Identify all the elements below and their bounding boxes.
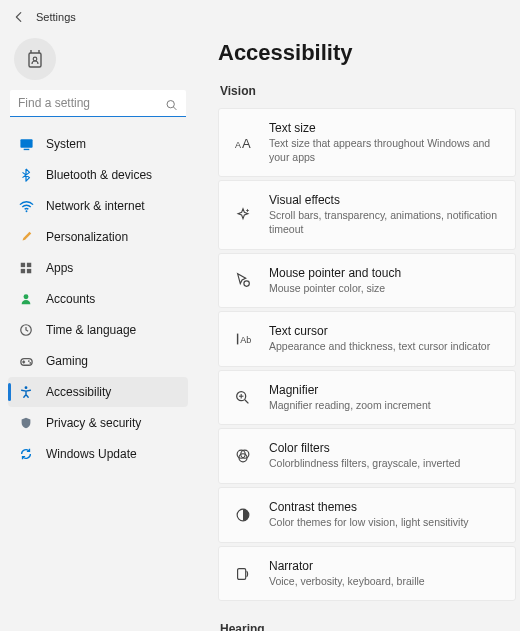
svg-point-2 — [167, 100, 174, 107]
row-title: Text size — [269, 121, 501, 135]
row-desc: Voice, verbosity, keyboard, braille — [269, 575, 425, 589]
sidebar-item-label: Personalization — [46, 230, 128, 244]
sidebar-item-gaming[interactable]: Gaming — [8, 346, 188, 376]
narrator-icon — [233, 564, 253, 584]
sidebar-item-label: Bluetooth & devices — [46, 168, 152, 182]
row-visual-effects[interactable]: Visual effects Scroll bars, transparency… — [218, 180, 516, 249]
bluetooth-icon — [18, 167, 34, 183]
svg-rect-4 — [20, 139, 32, 147]
page-title: Accessibility — [218, 40, 516, 66]
sidebar-item-personalization[interactable]: Personalization — [8, 222, 188, 252]
update-icon — [18, 446, 34, 462]
row-title: Color filters — [269, 441, 460, 455]
sidebar-item-bluetooth[interactable]: Bluetooth & devices — [8, 160, 188, 190]
shield-icon — [18, 415, 34, 431]
row-text-cursor[interactable]: Ab Text cursor Appearance and thickness,… — [218, 311, 516, 367]
svg-rect-8 — [27, 263, 31, 267]
row-contrast-themes[interactable]: Contrast themes Color themes for low vis… — [218, 487, 516, 543]
avatar — [14, 38, 56, 80]
row-title: Text cursor — [269, 324, 490, 338]
svg-point-1 — [33, 57, 37, 61]
search-box[interactable] — [10, 90, 186, 117]
sidebar-item-update[interactable]: Windows Update — [8, 439, 188, 469]
row-desc: Mouse pointer color, size — [269, 282, 401, 296]
svg-point-19 — [244, 281, 249, 286]
sidebar-item-apps[interactable]: Apps — [8, 253, 188, 283]
row-desc: Scroll bars, transparency, animations, n… — [269, 209, 501, 236]
sidebar-nav: System Bluetooth & devices Network & int… — [8, 129, 188, 469]
contrast-icon — [233, 505, 253, 525]
row-title: Magnifier — [269, 383, 431, 397]
content-area: Accessibility Vision AA Text size Text s… — [196, 34, 520, 631]
text-cursor-icon: Ab — [233, 329, 253, 349]
row-title: Narrator — [269, 559, 425, 573]
row-color-filters[interactable]: Color filters Colorblindness filters, gr… — [218, 428, 516, 484]
row-magnifier[interactable]: Magnifier Magnifier reading, zoom increm… — [218, 370, 516, 426]
row-title: Contrast themes — [269, 500, 469, 514]
sidebar-item-time[interactable]: Time & language — [8, 315, 188, 345]
svg-text:Ab: Ab — [240, 335, 251, 345]
svg-line-3 — [174, 107, 177, 110]
svg-rect-30 — [238, 568, 246, 579]
text-size-icon: AA — [233, 133, 253, 153]
row-text-size[interactable]: AA Text size Text size that appears thro… — [218, 108, 516, 177]
sidebar-item-system[interactable]: System — [8, 129, 188, 159]
paintbrush-icon — [18, 229, 34, 245]
window-title: Settings — [36, 11, 76, 23]
svg-point-11 — [24, 294, 29, 299]
sidebar-item-privacy[interactable]: Privacy & security — [8, 408, 188, 438]
sidebar-item-label: Apps — [46, 261, 73, 275]
svg-rect-9 — [21, 269, 25, 273]
svg-point-15 — [29, 362, 31, 364]
row-title: Visual effects — [269, 193, 501, 207]
sparkle-icon — [233, 205, 253, 225]
row-desc: Colorblindness filters, grayscale, inver… — [269, 457, 460, 471]
row-mouse-pointer[interactable]: Mouse pointer and touch Mouse pointer co… — [218, 253, 516, 309]
row-desc: Magnifier reading, zoom increment — [269, 399, 431, 413]
wifi-icon — [18, 198, 34, 214]
sidebar-item-label: Network & internet — [46, 199, 145, 213]
magnifier-icon — [233, 388, 253, 408]
svg-line-23 — [245, 399, 249, 403]
svg-rect-10 — [27, 269, 31, 273]
apps-icon — [18, 260, 34, 276]
sidebar-item-label: Accessibility — [46, 385, 111, 399]
sidebar-item-network[interactable]: Network & internet — [8, 191, 188, 221]
accessibility-icon — [18, 384, 34, 400]
svg-point-6 — [25, 210, 27, 212]
sidebar-item-label: Windows Update — [46, 447, 137, 461]
sidebar-item-label: Gaming — [46, 354, 88, 368]
gaming-icon — [18, 353, 34, 369]
sidebar-item-label: Time & language — [46, 323, 136, 337]
section-vision-label: Vision — [220, 84, 516, 98]
profile-area[interactable] — [8, 34, 188, 90]
sidebar-item-accessibility[interactable]: Accessibility — [8, 377, 188, 407]
sidebar-item-label: System — [46, 137, 86, 151]
sidebar: System Bluetooth & devices Network & int… — [0, 34, 196, 631]
row-desc: Appearance and thickness, text cursor in… — [269, 340, 490, 354]
search-input[interactable] — [10, 90, 186, 117]
search-icon — [165, 97, 178, 110]
section-hearing-label: Hearing — [220, 622, 516, 631]
svg-text:A: A — [235, 140, 241, 150]
row-desc: Text size that appears throughout Window… — [269, 137, 501, 164]
system-icon — [18, 136, 34, 152]
row-title: Mouse pointer and touch — [269, 266, 401, 280]
back-button[interactable] — [10, 8, 28, 26]
svg-point-16 — [25, 386, 28, 389]
sidebar-item-accounts[interactable]: Accounts — [8, 284, 188, 314]
sidebar-item-label: Accounts — [46, 292, 95, 306]
svg-rect-0 — [29, 53, 41, 67]
accounts-icon — [18, 291, 34, 307]
clock-icon — [18, 322, 34, 338]
row-desc: Color themes for low vision, light sensi… — [269, 516, 469, 530]
color-filters-icon — [233, 446, 253, 466]
svg-rect-5 — [23, 148, 29, 149]
svg-rect-7 — [21, 263, 25, 267]
sidebar-item-label: Privacy & security — [46, 416, 141, 430]
mouse-pointer-icon — [233, 270, 253, 290]
svg-text:A: A — [242, 136, 251, 151]
svg-point-14 — [28, 360, 30, 362]
row-narrator[interactable]: Narrator Voice, verbosity, keyboard, bra… — [218, 546, 516, 602]
